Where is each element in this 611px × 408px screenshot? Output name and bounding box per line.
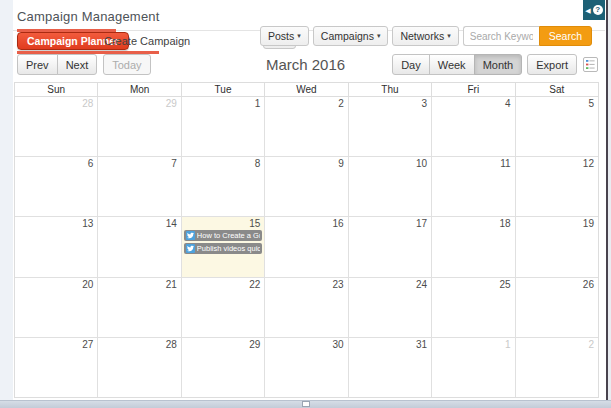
posts-dropdown-label: Posts (268, 30, 294, 42)
calendar-grid: SunMonTueWedThuFriSat 282912345678910111… (14, 82, 599, 398)
calendar-day-cell[interactable]: 21 (97, 278, 180, 337)
calendar-day-cell[interactable]: 24 (348, 278, 431, 337)
month-view-button[interactable]: Month (474, 54, 523, 75)
day-number: 6 (15, 157, 97, 170)
calendar-day-cell[interactable]: 2 (515, 338, 598, 397)
calendar-week-row: 6789101112 (15, 156, 598, 216)
calendar-day-cell[interactable]: 9 (264, 157, 347, 216)
calendar-day-cell[interactable]: 8 (181, 157, 264, 216)
calendar-day-cell[interactable]: 16 (264, 217, 347, 276)
calendar-day-cell[interactable]: 30 (264, 338, 347, 397)
calendar-day-cell[interactable]: 26 (515, 278, 598, 337)
legend-button[interactable] (583, 57, 598, 72)
day-number: 10 (349, 157, 431, 170)
calendar-day-cell[interactable]: 17 (348, 217, 431, 276)
calendar-day-cell[interactable]: 22 (181, 278, 264, 337)
day-number: 1 (182, 97, 264, 110)
scrollbar-thumb[interactable] (302, 401, 310, 407)
campaigns-dropdown[interactable]: Campaigns ▾ (313, 26, 389, 46)
day-header-mon: Mon (97, 83, 180, 96)
tab-create-campaign[interactable]: Create Campaign (104, 35, 190, 47)
calendar-day-cell[interactable]: 29 (181, 338, 264, 397)
calendar-event[interactable]: How to Create a Great Visu (184, 230, 262, 241)
calendar-day-cell[interactable]: 25 (431, 278, 514, 337)
week-view-button[interactable]: Week (429, 54, 475, 75)
day-number: 25 (432, 278, 514, 291)
day-number: 3 (349, 97, 431, 110)
calendar-day-cell[interactable]: 6 (15, 157, 97, 216)
twitter-icon (186, 231, 195, 240)
day-number: 9 (265, 157, 347, 170)
caret-down-icon: ▾ (297, 32, 301, 40)
calendar-week-row: 20212223242526 (15, 277, 598, 337)
day-number: 7 (98, 157, 180, 170)
day-number: 14 (98, 217, 180, 230)
day-number: 16 (265, 217, 347, 230)
day-number: 2 (265, 97, 347, 110)
day-number: 28 (98, 338, 180, 351)
calendar-day-cell[interactable]: 1 (181, 97, 264, 156)
calendar-day-cell[interactable]: 12 (515, 157, 598, 216)
calendar-week-row: 272829303112 (15, 337, 598, 397)
calendar-body: 2829123456789101112131415How to Create a… (15, 97, 598, 397)
day-number: 28 (15, 97, 97, 110)
day-header-thu: Thu (348, 83, 431, 96)
search-input[interactable] (463, 26, 539, 46)
calendar-event[interactable]: Publish videos quickly & ea. (184, 243, 262, 254)
day-header-wed: Wed (264, 83, 347, 96)
page-title: Campaign Management (17, 9, 160, 24)
calendar-day-cell[interactable]: 13 (15, 217, 97, 276)
day-header-sat: Sat (515, 83, 598, 96)
calendar-day-cell[interactable]: 10 (348, 157, 431, 216)
campaign-management-app: Campaign Management ◀ ? Campaign Planner… (0, 0, 611, 408)
day-number: 20 (15, 278, 97, 291)
help-icon: ? (593, 5, 603, 15)
calendar-day-cell[interactable]: 14 (97, 217, 180, 276)
posts-dropdown[interactable]: Posts ▾ (260, 26, 309, 46)
day-number: 29 (182, 338, 264, 351)
day-number: 18 (432, 217, 514, 230)
day-number: 17 (349, 217, 431, 230)
calendar-day-cell[interactable]: 11 (431, 157, 514, 216)
legend-icon (586, 60, 595, 69)
calendar-day-cell[interactable]: 3 (348, 97, 431, 156)
calendar-day-cell[interactable]: 29 (97, 97, 180, 156)
calendar-day-cell[interactable]: 15How to Create a Great VisuPublish vide… (181, 217, 264, 276)
calendar-day-cell[interactable]: 28 (15, 97, 97, 156)
help-widget[interactable]: ◀ ? (583, 0, 605, 20)
day-view-button[interactable]: Day (392, 54, 430, 75)
calendar-view-buttons: Day Week Month Export (392, 54, 598, 75)
calendar-day-cell[interactable]: 18 (431, 217, 514, 276)
calendar-day-cell[interactable]: 27 (15, 338, 97, 397)
calendar-day-cell[interactable]: 2 (264, 97, 347, 156)
twitter-icon (186, 244, 195, 253)
caret-down-icon: ▾ (447, 32, 451, 40)
day-header-fri: Fri (431, 83, 514, 96)
day-number: 12 (516, 157, 598, 170)
networks-dropdown[interactable]: Networks ▾ (392, 26, 458, 46)
calendar-day-cell[interactable]: 5 (515, 97, 598, 156)
calendar-day-cell[interactable]: 1 (431, 338, 514, 397)
day-number: 26 (516, 278, 598, 291)
networks-dropdown-label: Networks (400, 30, 444, 42)
day-number: 11 (432, 157, 514, 170)
day-header-tue: Tue (181, 83, 264, 96)
search-button[interactable]: Search (539, 26, 592, 46)
day-number: 2 (516, 338, 598, 351)
day-number: 21 (98, 278, 180, 291)
event-title: Publish videos quickly & ea. (197, 244, 260, 253)
calendar-day-cell[interactable]: 7 (97, 157, 180, 216)
day-header-sun: Sun (15, 83, 97, 96)
calendar-day-cell[interactable]: 4 (431, 97, 514, 156)
export-button[interactable]: Export (527, 54, 577, 75)
day-number: 30 (265, 338, 347, 351)
calendar-day-cell[interactable]: 28 (97, 338, 180, 397)
day-number: 13 (15, 217, 97, 230)
calendar-day-cell[interactable]: 31 (348, 338, 431, 397)
day-number: 15 (182, 217, 264, 230)
filter-bar: Posts ▾ Campaigns ▾ Networks ▾ Search (260, 26, 592, 46)
calendar-day-cell[interactable]: 19 (515, 217, 598, 276)
calendar-day-cell[interactable]: 20 (15, 278, 97, 337)
event-title: How to Create a Great Visu (197, 231, 260, 240)
calendar-day-cell[interactable]: 23 (264, 278, 347, 337)
